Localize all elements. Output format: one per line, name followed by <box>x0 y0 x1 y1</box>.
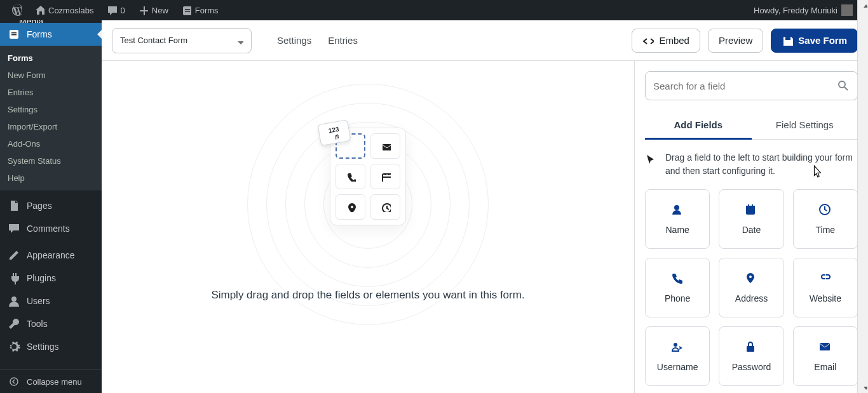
panel-tabs: Add Fields Field Settings <box>645 112 858 140</box>
preview-button[interactable]: Preview <box>708 29 763 53</box>
builder-toolbar: Test Contact Form Settings Entries Embed… <box>102 20 868 61</box>
site-name-menu[interactable]: Cozmoslabs <box>28 0 100 20</box>
admin-bar: Cozmoslabs 0 New Forms Howdy, Freddy Mur… <box>0 0 868 20</box>
field-label: Time <box>816 225 836 235</box>
submenu-add-ons[interactable]: Add-Ons <box>0 135 102 152</box>
menu-label: Appearance <box>27 250 75 260</box>
pages-icon <box>8 199 20 212</box>
menu-label: Users <box>27 296 50 306</box>
plugins-icon <box>8 272 20 284</box>
window-scrollbar[interactable] <box>857 0 868 393</box>
fields-panel: Add Fields Field Settings Drag a field t… <box>634 61 868 393</box>
form-icon <box>8 28 20 41</box>
save-form-button[interactable]: Save Form <box>771 29 858 53</box>
scroll-up-icon[interactable] <box>859 1 867 10</box>
forms-label: Forms <box>195 6 219 15</box>
submenu-forms-forms[interactable]: Forms <box>0 50 102 67</box>
submenu-import-export[interactable]: Import/Export <box>0 118 102 135</box>
panel-hint: Drag a field to the left to start buildi… <box>645 151 858 178</box>
field-card-date[interactable]: Date <box>719 189 783 249</box>
site-name: Cozmoslabs <box>48 6 94 15</box>
mini-calendar-icon <box>370 164 400 189</box>
avatar <box>841 4 853 16</box>
cursor-icon <box>813 165 822 178</box>
field-card-time[interactable]: Time <box>793 189 858 249</box>
submenu-new-form[interactable]: New Form <box>0 67 102 84</box>
menu-forms[interactable]: Forms <box>0 23 102 46</box>
field-card-phone[interactable]: Phone <box>645 258 710 317</box>
collapse-menu[interactable]: Collapse menu <box>0 370 102 393</box>
mini-clock-icon <box>370 194 400 220</box>
new-label: New <box>152 6 168 15</box>
field-card-username[interactable]: Username <box>645 326 710 386</box>
menu-label: Comments <box>27 223 70 234</box>
menu-settings[interactable]: Settings <box>0 335 102 358</box>
user-menu[interactable]: Howdy, Freddy Muriuki <box>747 0 863 20</box>
comments-menu[interactable]: 0 <box>100 0 132 20</box>
menu-label: Pages <box>27 201 52 211</box>
search-input[interactable] <box>653 81 837 91</box>
menu-plugins[interactable]: Plugins <box>0 267 102 290</box>
empty-state-illustration: 123 <box>330 128 406 225</box>
mini-email-icon <box>370 133 400 159</box>
submenu-system-status[interactable]: System Status <box>0 152 102 170</box>
comment-count: 0 <box>121 6 125 15</box>
fields-grid: Name Date Time Phone <box>645 189 858 386</box>
forms-menu[interactable]: Forms <box>175 0 225 20</box>
form-selector[interactable]: Test Contact Form <box>112 28 252 53</box>
field-card-password[interactable]: Password <box>719 326 783 386</box>
field-label: Password <box>732 362 771 372</box>
toolbar-settings-link[interactable]: Settings <box>277 35 311 46</box>
field-label: Website <box>810 293 841 303</box>
field-label: Date <box>742 225 761 235</box>
pointer-icon <box>645 154 655 164</box>
form-icon <box>181 5 191 15</box>
embed-button[interactable]: Embed <box>632 29 700 53</box>
field-card-address[interactable]: Address <box>719 258 783 317</box>
submenu-help[interactable]: Help <box>0 170 102 187</box>
settings-icon <box>8 340 20 353</box>
save-icon <box>782 35 793 46</box>
form-canvas[interactable]: 123 Simply drag and drop the fields or e… <box>102 61 634 393</box>
menu-label: Settings <box>27 342 59 352</box>
wp-logo-menu[interactable] <box>5 0 28 20</box>
plus-icon <box>138 5 148 15</box>
submenu-settings[interactable]: Settings <box>0 101 102 118</box>
users-icon <box>8 295 20 307</box>
button-label: Preview <box>719 35 752 46</box>
field-label: Name <box>665 225 689 235</box>
field-card-name[interactable]: Name <box>645 189 710 249</box>
wordpress-icon <box>11 5 22 15</box>
button-label: Embed <box>659 35 689 46</box>
field-label: Username <box>657 362 698 372</box>
menu-label: Tools <box>27 319 48 329</box>
form-name: Test Contact Form <box>120 36 187 45</box>
menu-tools[interactable]: Tools <box>0 312 102 335</box>
tab-field-settings[interactable]: Field Settings <box>752 112 858 139</box>
svg-point-18 <box>10 378 18 385</box>
new-content-menu[interactable]: New <box>132 0 175 20</box>
home-icon <box>34 5 44 15</box>
field-card-email[interactable]: Email <box>793 326 858 386</box>
menu-pages[interactable]: Pages <box>0 194 102 217</box>
menu-users[interactable]: Users <box>0 290 102 312</box>
app-content: Test Contact Form Settings Entries Embed… <box>102 20 868 393</box>
menu-label: Plugins <box>27 273 56 283</box>
canvas-empty-text: Simply drag and drop the fields or eleme… <box>211 289 524 302</box>
field-label: Address <box>735 293 768 303</box>
tab-add-fields[interactable]: Add Fields <box>645 112 752 140</box>
mini-phone-icon <box>336 164 365 189</box>
field-search[interactable] <box>645 71 858 100</box>
menu-comments[interactable]: Comments <box>0 217 102 240</box>
field-card-website[interactable]: Website <box>793 258 858 317</box>
hint-text: Drag a field to the left to start buildi… <box>665 151 858 178</box>
collapse-label: Collapse menu <box>27 377 82 387</box>
menu-appearance[interactable]: Appearance <box>0 244 102 267</box>
scroll-down-icon[interactable] <box>859 383 867 392</box>
admin-sidebar: Media Forms Forms New Form Entries Setti… <box>0 20 102 393</box>
mini-pin-icon <box>336 194 365 220</box>
submenu-entries[interactable]: Entries <box>0 84 102 101</box>
toolbar-entries-link[interactable]: Entries <box>328 35 358 46</box>
comment-icon <box>8 222 20 235</box>
collapse-icon <box>8 375 20 388</box>
